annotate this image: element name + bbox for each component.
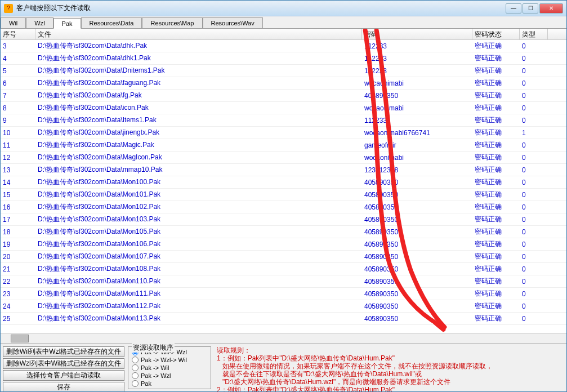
cell-status: 密码正确 (472, 226, 520, 238)
cell-pwd: 405890350 (362, 91, 472, 101)
table-row[interactable]: 11D:\热血传奇\sf302com\Data\Magic.Pakgameofm… (1, 139, 566, 152)
titlebar[interactable]: ? 客户端按照以下文件读取 — ☐ ✕ (1, 1, 566, 16)
table-row[interactable]: 22D:\热血传奇\sf302com\Data\Mon110.Pak405890… (1, 275, 566, 288)
col-seq-header[interactable]: 序号 (1, 29, 35, 39)
table-row[interactable]: 15D:\热血传奇\sf302com\Data\Mon101.Pak405890… (1, 189, 566, 201)
cell-file: D:\热血传奇\sf302com\Data\Mon111.Pak (35, 288, 362, 300)
radio-input[interactable] (132, 357, 139, 363)
col-pwd-header[interactable]: 密码 (362, 29, 472, 39)
cell-type: 0 (520, 91, 548, 101)
cell-pwd: 405890350 (362, 314, 472, 324)
minimize-button[interactable]: — (506, 3, 521, 14)
table-row[interactable]: 18D:\热血传奇\sf302com\Data\Mon105.Pak405890… (1, 226, 566, 238)
cell-pwd: 123412378 (362, 165, 472, 175)
rules-text: 读取规则： 1：例如：Pak列表中"D:\盛大网络\热血传奇\Data\Hum.… (215, 346, 564, 389)
cell-pwd: 405890350 (362, 301, 472, 311)
cell-pwd: 405890350 (362, 227, 472, 237)
cell-status: 密码正确 (472, 90, 520, 101)
cell-seq: 14 (1, 177, 35, 188)
cell-type: 0 (520, 103, 548, 113)
maximize-button[interactable]: ☐ (523, 3, 538, 14)
cell-seq: 15 (1, 190, 35, 200)
cell-file: D:\热血传奇\sf302com\Data\Mon107.Pak (35, 251, 362, 262)
cell-status: 密码正确 (472, 313, 520, 324)
radio-input[interactable] (132, 364, 139, 371)
table-body[interactable]: 3D:\热血传奇\sf302com\Data\dhk.Pak112233密码正确… (1, 40, 566, 333)
cell-pwd: wocaonimabi6766741 (362, 128, 472, 138)
cell-pwd: 112233 (362, 41, 472, 51)
radio-option[interactable]: Pak (132, 380, 207, 387)
table-row[interactable]: 19D:\热血传奇\sf302com\Data\Mon106.Pak405890… (1, 238, 566, 251)
tab-wzl[interactable]: Wzl (26, 17, 53, 28)
table-row[interactable]: 6D:\热血传奇\sf302com\Data\faguang.Pakwocaon… (1, 77, 566, 90)
cell-pwd: 112233 (362, 66, 472, 76)
cell-status: 密码正确 (472, 238, 520, 250)
select-client-button[interactable]: 选择传奇客户端自动读取 (3, 370, 124, 381)
cell-status: 密码正确 (472, 40, 520, 52)
table-row[interactable]: 16D:\热血传奇\sf302com\Data\Mon102.Pak405890… (1, 201, 566, 213)
cell-pwd: 112233 (362, 54, 472, 64)
table-row[interactable]: 3D:\热血传奇\sf302com\Data\dhk.Pak112233密码正确… (1, 40, 566, 52)
table-row[interactable]: 14D:\热血传奇\sf302com\Data\Mon100.Pak405890… (1, 176, 566, 189)
cell-file: D:\热血传奇\sf302com\Data\Mon112.Pak (35, 300, 362, 312)
table-row[interactable]: 20D:\热血传奇\sf302com\Data\Mon107.Pak405890… (1, 251, 566, 263)
cell-pwd: 405890350 (362, 252, 472, 262)
cell-status: 密码正确 (472, 152, 520, 163)
tab-wil[interactable]: Wil (1, 17, 26, 28)
cell-seq: 9 (1, 115, 35, 126)
table-row[interactable]: 12D:\热血传奇\sf302com\Data\MagIcon.Pakwocao… (1, 152, 566, 164)
radio-input[interactable] (132, 372, 139, 379)
table-row[interactable]: 8D:\热血传奇\sf302com\Data\icon.Pakwocaonima… (1, 102, 566, 114)
rules-line: 就是不会在往下读取是否有"D:\盛大网络\热血传奇\Data\Hum.wil"或 (217, 370, 562, 378)
radio-input[interactable] (132, 380, 139, 387)
col-type-header[interactable]: 类型 (520, 29, 548, 39)
table-row[interactable]: 17D:\热血传奇\sf302com\Data\Mon103.Pak405890… (1, 213, 566, 226)
cell-file: D:\热血传奇\sf302com\Data\dhk.Pak (35, 40, 362, 52)
table-row[interactable]: 25D:\热血传奇\sf302com\Data\Mon113.Pak405890… (1, 313, 566, 325)
close-button[interactable]: ✕ (539, 3, 563, 14)
radio-option[interactable]: Pak -> Wzl-> Wil (132, 356, 207, 364)
cell-seq: 3 (1, 41, 35, 51)
cell-file: D:\热血传奇\sf302com\Data\fg.Pak (35, 90, 362, 101)
scrollbar-thumb[interactable] (11, 335, 29, 342)
cell-status: 密码正确 (472, 102, 520, 114)
cell-type: 0 (520, 115, 548, 126)
cell-type: 0 (520, 153, 548, 163)
radio-label: Pak -> Wzl-> Wil (141, 357, 187, 363)
table-row[interactable]: 7D:\热血传奇\sf302com\Data\fg.Pak405890350密码… (1, 90, 566, 102)
rules-line: 2：例如：Pak列表中"D:\盛大网络\热血传奇\Data\Hum.Pak" (217, 386, 562, 391)
table-wrap: 序号 文件 密码 密码状态 类型 3D:\热血传奇\sf302com\Data\… (1, 29, 566, 344)
delete-wzl-button[interactable]: 删除Wzl列表中Wil格式已经存在的文件 (3, 358, 124, 369)
delete-wil-button[interactable]: 删除Wil列表中Wzl格式已经存在的文件 (3, 346, 124, 357)
cell-seq: 25 (1, 314, 35, 324)
table-row[interactable]: 21D:\热血传奇\sf302com\Data\Mon108.Pak405890… (1, 263, 566, 275)
col-status-header[interactable]: 密码状态 (472, 29, 520, 39)
table-row[interactable]: 13D:\热血传奇\sf302com\Data\mmap10.Pak123412… (1, 164, 566, 176)
read-order-group: 资源读取顺序 Pak -> Wil-> WzlPak -> Wzl-> WilP… (128, 346, 211, 389)
cell-type: 0 (520, 314, 548, 324)
save-button[interactable]: 保存 (3, 382, 124, 391)
cell-status: 密码正确 (472, 201, 520, 213)
table-row[interactable]: 5D:\热血传奇\sf302com\Data\Dnitems1.Pak11223… (1, 65, 566, 77)
cell-type: 0 (520, 215, 548, 225)
table-row[interactable]: 4D:\热血传奇\sf302com\Data\dhk1.Pak112233密码正… (1, 52, 566, 65)
cell-type: 0 (520, 78, 548, 88)
tab-resources-map[interactable]: Resources\Map (142, 17, 202, 28)
radio-label: Pak (141, 380, 151, 387)
cell-status: 密码正确 (472, 77, 520, 89)
tab-resources-wav[interactable]: Resources\Wav (203, 17, 263, 28)
horizontal-scrollbar[interactable] (1, 333, 566, 343)
cell-seq: 20 (1, 252, 35, 262)
cell-seq: 6 (1, 78, 35, 88)
radio-option[interactable]: Pak -> Wzl (132, 372, 207, 380)
table-row[interactable]: 24D:\热血传奇\sf302com\Data\Mon112.Pak405890… (1, 300, 566, 313)
radio-option[interactable]: Pak -> Wil (132, 364, 207, 372)
cell-file: D:\热血传奇\sf302com\Data\Mon105.Pak (35, 226, 362, 238)
table-row[interactable]: 10D:\热血传奇\sf302com\Data\jinengtx.Pakwoca… (1, 127, 566, 139)
tab-resources-data[interactable]: Resources\Data (81, 17, 142, 28)
tab-pak[interactable]: Pak (53, 18, 81, 29)
col-file-header[interactable]: 文件 (35, 29, 362, 39)
cell-type: 0 (520, 264, 548, 274)
table-row[interactable]: 9D:\热血传奇\sf302com\Data\Items1.Pak112233密… (1, 114, 566, 127)
table-row[interactable]: 23D:\热血传奇\sf302com\Data\Mon111.Pak405890… (1, 288, 566, 300)
